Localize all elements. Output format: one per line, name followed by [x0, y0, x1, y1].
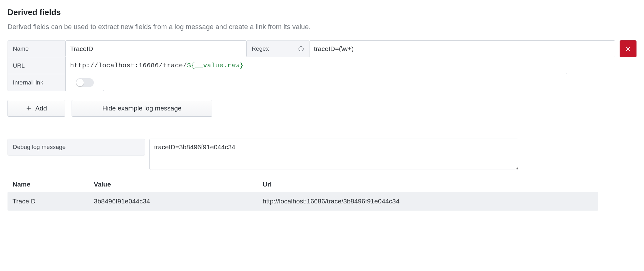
section-title: Derived fields	[8, 8, 636, 17]
section-description: Derived fields can be used to extract ne…	[8, 23, 636, 31]
add-button[interactable]: Add	[8, 100, 65, 117]
button-row: Add Hide example log message	[8, 100, 636, 117]
plus-icon	[26, 105, 32, 111]
col-header-url: Url	[258, 177, 598, 192]
url-input[interactable]: http://localhost:16686/trace/${__value.r…	[65, 57, 567, 74]
delete-field-button[interactable]	[620, 40, 636, 57]
debug-block: Debug log message	[8, 139, 636, 170]
table-header-row: Name Value Url	[8, 177, 598, 192]
url-label: URL	[8, 57, 65, 74]
col-header-name: Name	[8, 177, 89, 192]
toggle-knob	[76, 79, 84, 86]
field-row-1: Name Regex	[8, 40, 636, 57]
internal-link-label: Internal link	[8, 74, 65, 91]
internal-link-toggle[interactable]	[76, 78, 94, 87]
name-input[interactable]	[65, 40, 247, 57]
debug-log-textarea[interactable]	[149, 139, 518, 170]
name-label: Name	[8, 40, 65, 57]
url-static-text: http://localhost:16686/trace/	[70, 62, 187, 69]
info-icon[interactable]	[298, 46, 304, 52]
hide-example-button-label: Hide example log message	[102, 105, 181, 112]
hide-example-button[interactable]: Hide example log message	[72, 100, 212, 117]
close-icon	[625, 46, 631, 52]
debug-log-label: Debug log message	[8, 139, 145, 156]
cell-value: 3b8496f91e044c34	[89, 192, 258, 211]
regex-label-text: Regex	[252, 45, 269, 52]
regex-label: Regex	[247, 40, 309, 57]
add-button-label: Add	[35, 105, 47, 112]
internal-link-toggle-wrap	[65, 74, 104, 91]
col-header-value: Value	[89, 177, 258, 192]
table-row: TraceID 3b8496f91e044c34 http://localhos…	[8, 192, 598, 211]
field-row-3: Internal link	[8, 74, 636, 91]
regex-input[interactable]	[309, 40, 615, 57]
field-row-2: URL http://localhost:16686/trace/${__val…	[8, 57, 567, 74]
cell-url: http://localhost:16686/trace/3b8496f91e0…	[258, 192, 598, 211]
cell-name: TraceID	[8, 192, 89, 211]
svg-point-2	[301, 48, 301, 48]
result-table: Name Value Url TraceID 3b8496f91e044c34 …	[8, 177, 598, 211]
url-template-text: ${__value.raw}	[187, 62, 244, 69]
